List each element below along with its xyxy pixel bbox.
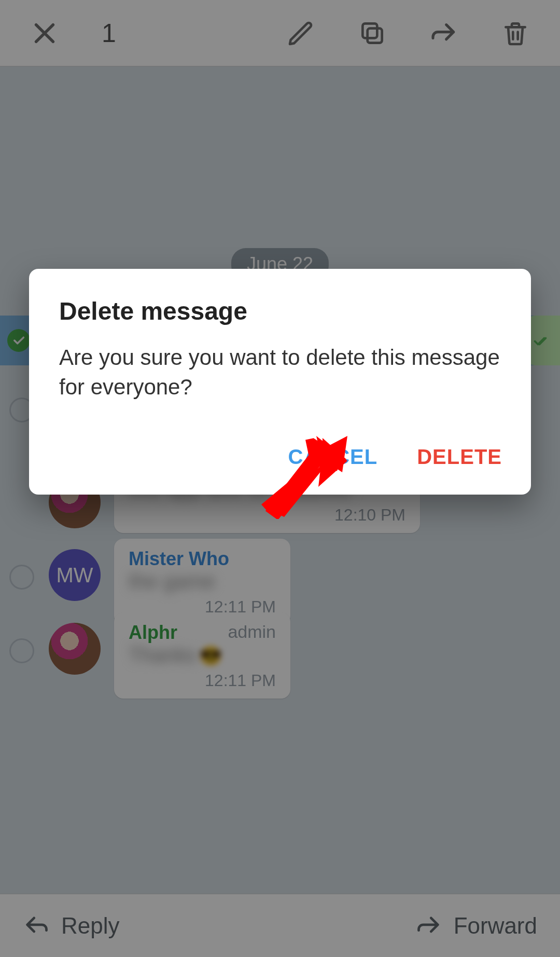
selection-count: 1 xyxy=(102,18,116,48)
reply-label: Reply xyxy=(61,913,120,939)
close-selection-button[interactable] xyxy=(22,10,67,56)
avatar-initials: MW xyxy=(56,564,93,587)
message-time: 12:11 PM xyxy=(205,671,276,690)
trash-icon xyxy=(501,19,530,48)
dialog-title: Delete message xyxy=(59,297,501,325)
app-screen: 1 June 22 Working at xyxy=(0,0,560,957)
forward-button[interactable] xyxy=(421,10,467,56)
message-bubble[interactable]: Alphr admin Thanks 😎 12:11 PM xyxy=(114,612,290,699)
forward-bottom-button[interactable]: Forward xyxy=(415,912,537,939)
avatar[interactable] xyxy=(49,623,101,675)
copy-button[interactable] xyxy=(349,10,395,56)
forward-arrow-icon xyxy=(429,19,458,48)
selection-toolbar: 1 xyxy=(0,0,560,66)
pencil-icon xyxy=(286,19,315,48)
edit-button[interactable] xyxy=(278,10,324,56)
message-emoji: 😎 xyxy=(199,645,222,666)
message-text-obscured: the game xyxy=(129,570,215,593)
bottom-action-bar: Reply Forward xyxy=(0,894,560,957)
forward-label: Forward xyxy=(454,913,537,939)
forward-icon xyxy=(415,912,442,939)
svg-rect-1 xyxy=(362,23,377,38)
message-sender: Mister Who xyxy=(129,548,276,570)
avatar[interactable]: MW xyxy=(49,549,101,601)
selection-radio[interactable] xyxy=(9,638,34,663)
delete-button[interactable] xyxy=(493,10,538,56)
message-text-obscured: Thanks xyxy=(129,644,197,667)
message-sender: Alphr xyxy=(129,622,177,643)
copy-icon xyxy=(358,19,387,48)
svg-marker-5 xyxy=(314,436,347,472)
double-check-icon xyxy=(533,331,551,350)
reply-button[interactable]: Reply xyxy=(23,912,120,939)
selection-radio[interactable] xyxy=(9,565,34,590)
selection-check-icon xyxy=(7,329,30,352)
annotation-arrow-icon xyxy=(264,434,353,517)
reply-icon xyxy=(23,912,50,939)
delete-confirm-button[interactable]: DELETE xyxy=(412,438,507,476)
dialog-body: Are you sure you want to delete this mes… xyxy=(59,343,501,402)
svg-rect-0 xyxy=(368,28,382,43)
close-icon xyxy=(30,19,59,48)
message-role: admin xyxy=(228,622,276,642)
